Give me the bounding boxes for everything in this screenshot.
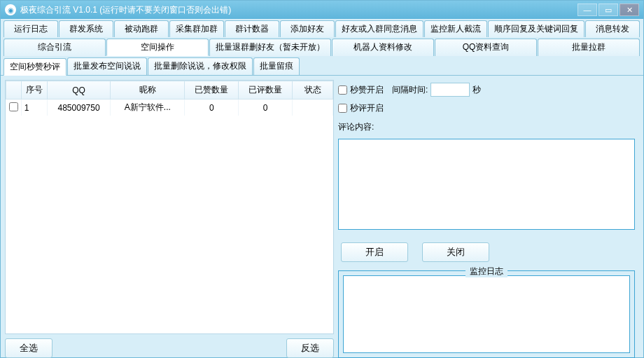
- start-button[interactable]: 开启: [341, 242, 408, 262]
- tab-tabrow2-2[interactable]: 批量退群删好友（暂未开放）: [209, 39, 331, 56]
- interval-label: 间隔时间:: [392, 84, 428, 96]
- col-header-4[interactable]: 已评数量: [239, 81, 293, 99]
- col-header-0[interactable]: 序号: [21, 81, 47, 99]
- stop-button[interactable]: 关闭: [422, 242, 489, 262]
- table-row[interactable]: 1485009750A新宁软件...00: [6, 99, 333, 116]
- window-title: 极夜综合引流 V1.0.1 (运行时请不要关闭窗口否则会出错): [20, 4, 576, 16]
- table-wrap: 序号QQ昵称已赞数量已评数量状态 1485009750A新宁软件...00: [5, 80, 334, 334]
- close-button[interactable]: ✕: [620, 4, 639, 16]
- tab-tabrow2-3[interactable]: 机器人资料修改: [332, 39, 434, 56]
- tab-row-2: 综合引流空间操作批量退群删好友（暂未开放）机器人资料修改QQ资料查询批量拉群: [1, 37, 643, 56]
- tab-tabrow1-6[interactable]: 好友或入群同意消息: [335, 20, 424, 37]
- cell-qq: 485009750: [47, 99, 111, 116]
- like-enable-label: 秒赞开启: [350, 84, 384, 96]
- tab-tabrow1-8[interactable]: 顺序回复及关键词回复: [488, 20, 584, 37]
- cell-status: [293, 99, 333, 116]
- tab-tabrow1-2[interactable]: 被动跑群: [114, 20, 169, 37]
- tab-tabrow2-4[interactable]: QQ资料查询: [435, 39, 537, 56]
- col-header-2[interactable]: 昵称: [111, 81, 185, 99]
- tab-tabrow1-7[interactable]: 监控新人截流: [424, 20, 487, 37]
- tab-tabrow2-1[interactable]: 空间操作: [106, 39, 209, 56]
- tab-tabrow3-0[interactable]: 空间秒赞秒评: [4, 58, 66, 76]
- tab-tabrow2-0[interactable]: 综合引流: [4, 39, 106, 56]
- content-area: 序号QQ昵称已赞数量已评数量状态 1485009750A新宁软件...00 全选…: [1, 76, 643, 358]
- invert-select-button[interactable]: 反选: [286, 338, 334, 358]
- comment-enable-label: 秒评开启: [350, 102, 384, 114]
- cell-liked: 0: [185, 99, 239, 116]
- maximize-button[interactable]: ▭: [598, 4, 618, 16]
- log-label: 监控日志: [465, 266, 507, 277]
- tab-tabrow1-0[interactable]: 运行日志: [4, 20, 58, 37]
- col-header-3[interactable]: 已赞数量: [185, 81, 239, 99]
- tab-tabrow3-3[interactable]: 批量留痕: [253, 57, 300, 75]
- tab-row-3: 空间秒赞秒评批量发布空间说说批量删除说说，修改权限批量留痕: [1, 56, 643, 76]
- tab-tabrow1-3[interactable]: 采集群加群: [169, 20, 224, 37]
- tab-tabrow1-5[interactable]: 添加好友: [280, 20, 335, 37]
- tab-tabrow1-9[interactable]: 消息转发: [585, 20, 640, 37]
- app-icon: ◉: [5, 4, 16, 15]
- tab-tabrow1-4[interactable]: 群计数器: [225, 20, 279, 37]
- cell-seq: 1: [21, 99, 47, 116]
- col-header-5[interactable]: 状态: [293, 81, 333, 99]
- col-checkbox: [6, 81, 22, 99]
- tab-tabrow2-5[interactable]: 批量拉群: [538, 39, 640, 56]
- tab-tabrow1-1[interactable]: 群发系统: [59, 20, 113, 37]
- comment-enable-checkbox[interactable]: [338, 104, 347, 113]
- tab-row-1: 运行日志群发系统被动跑群采集群加群群计数器添加好友好友或入群同意消息监控新人截流…: [1, 19, 643, 37]
- log-textarea[interactable]: [343, 275, 630, 353]
- right-panel: 秒赞开启 间隔时间: 秒 秒评开启 评论内容: 开启 关闭 监控日志: [338, 80, 639, 358]
- interval-input[interactable]: [430, 83, 470, 97]
- comment-textarea[interactable]: [338, 139, 635, 230]
- cell-commented: 0: [239, 99, 293, 116]
- account-table: 序号QQ昵称已赞数量已评数量状态 1485009750A新宁软件...00: [6, 81, 333, 116]
- app-window: ◉ 极夜综合引流 V1.0.1 (运行时请不要关闭窗口否则会出错) — ▭ ✕ …: [0, 0, 644, 358]
- titlebar: ◉ 极夜综合引流 V1.0.1 (运行时请不要关闭窗口否则会出错) — ▭ ✕: [1, 1, 643, 19]
- tab-tabrow3-2[interactable]: 批量删除说说，修改权限: [148, 57, 253, 75]
- left-panel: 序号QQ昵称已赞数量已评数量状态 1485009750A新宁软件...00 全选…: [5, 80, 334, 358]
- interval-unit: 秒: [472, 84, 481, 96]
- select-all-button[interactable]: 全选: [5, 338, 52, 358]
- row-checkbox[interactable]: [9, 102, 18, 111]
- minimize-button[interactable]: —: [578, 4, 597, 16]
- like-enable-checkbox[interactable]: [338, 85, 347, 95]
- comment-content-label: 评论内容:: [338, 121, 635, 133]
- col-header-1[interactable]: QQ: [47, 81, 111, 99]
- tab-tabrow3-1[interactable]: 批量发布空间说说: [67, 57, 147, 75]
- log-fieldset: 监控日志: [338, 270, 635, 358]
- cell-nick: A新宁软件...: [111, 99, 185, 116]
